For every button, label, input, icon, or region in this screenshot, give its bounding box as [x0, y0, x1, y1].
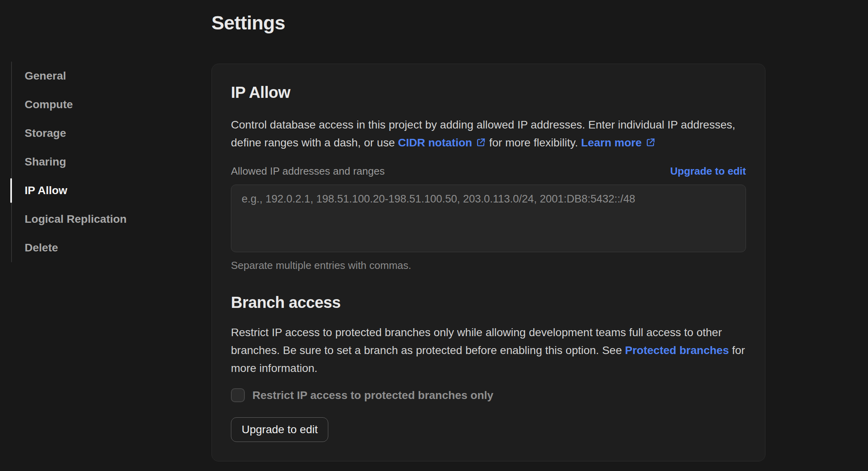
upgrade-to-edit-button[interactable]: Upgrade to edit [231, 417, 328, 442]
ip-field-header-row: Allowed IP addresses and ranges Upgrade … [231, 165, 746, 177]
sidebar-item-delete[interactable]: Delete [12, 234, 211, 262]
sidebar-item-compute[interactable]: Compute [12, 90, 211, 119]
restrict-ip-checkbox[interactable] [231, 388, 245, 402]
ip-allow-card: IP Allow Control database access in this… [211, 64, 765, 461]
page-title: Settings [211, 12, 765, 34]
restrict-ip-checkbox-row: Restrict IP access to protected branches… [231, 388, 746, 402]
settings-nav: General Compute Storage Sharing IP Allow… [11, 62, 211, 262]
upgrade-to-edit-link[interactable]: Upgrade to edit [670, 165, 746, 177]
settings-nav-list: General Compute Storage Sharing IP Allow… [11, 62, 211, 262]
settings-sidebar: General Compute Storage Sharing IP Allow… [0, 0, 211, 461]
cidr-notation-link[interactable]: CIDR notation [398, 136, 486, 149]
sidebar-item-sharing[interactable]: Sharing [12, 148, 211, 176]
branch-access-description: Restrict IP access to protected branches… [231, 323, 746, 377]
sidebar-item-ip-allow[interactable]: IP Allow [12, 176, 211, 205]
learn-more-link-label: Learn more [581, 136, 642, 149]
ip-allow-description: Control database access in this project … [231, 116, 746, 152]
ip-allow-heading: IP Allow [231, 83, 746, 101]
ip-field-hint: Separate multiple entries with commas. [231, 259, 746, 272]
ip-field-label: Allowed IP addresses and ranges [231, 165, 385, 177]
external-link-icon [475, 137, 486, 148]
sidebar-item-logical-replication[interactable]: Logical Replication [12, 205, 211, 234]
protected-branches-link[interactable]: Protected branches [625, 344, 729, 356]
branch-access-heading: Branch access [231, 293, 746, 311]
sidebar-item-storage[interactable]: Storage [12, 119, 211, 148]
external-link-icon [645, 137, 656, 148]
cidr-notation-link-label: CIDR notation [398, 136, 472, 149]
learn-more-link[interactable]: Learn more [581, 136, 656, 149]
ip-addresses-textarea[interactable] [231, 185, 746, 252]
settings-main: Settings IP Allow Control database acces… [211, 0, 765, 461]
restrict-ip-checkbox-label: Restrict IP access to protected branches… [252, 389, 493, 402]
sidebar-item-general[interactable]: General [12, 62, 211, 90]
settings-page: General Compute Storage Sharing IP Allow… [0, 0, 868, 461]
ip-allow-description-text-2: for more flexibility. [486, 136, 581, 149]
